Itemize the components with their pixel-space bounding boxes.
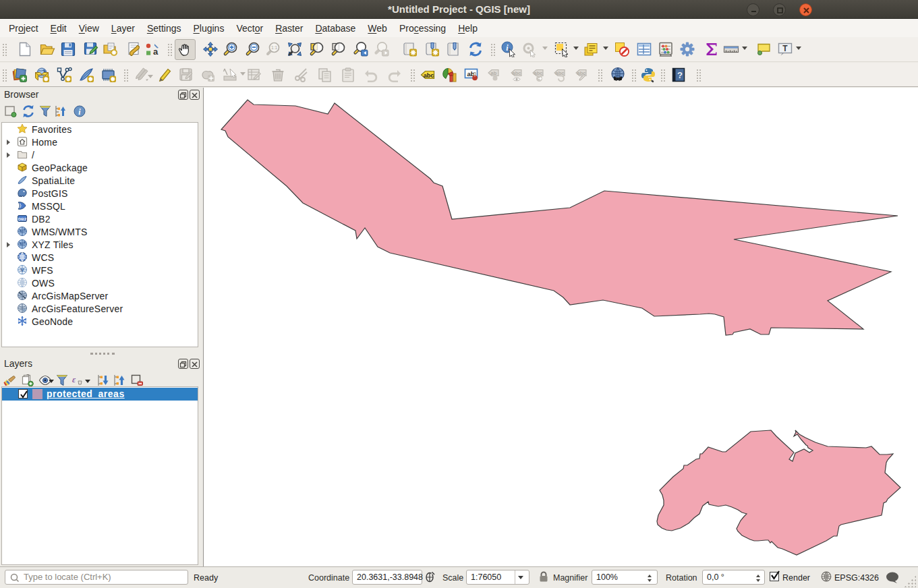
svg-text:1:1: 1:1 [271,45,277,50]
svg-text:abc: abc [513,70,521,76]
svg-text:?: ? [677,70,683,80]
svg-text:T: T [782,44,788,53]
svg-text:V: V [20,267,24,273]
svg-text:ε: ε [72,374,76,384]
svg-text:abc: abc [424,72,434,79]
svg-text:abc: abc [556,70,565,76]
svg-text:ab: ab [491,70,497,76]
svg-text:DB2: DB2 [18,217,27,221]
svg-text:abc: abc [534,70,543,76]
